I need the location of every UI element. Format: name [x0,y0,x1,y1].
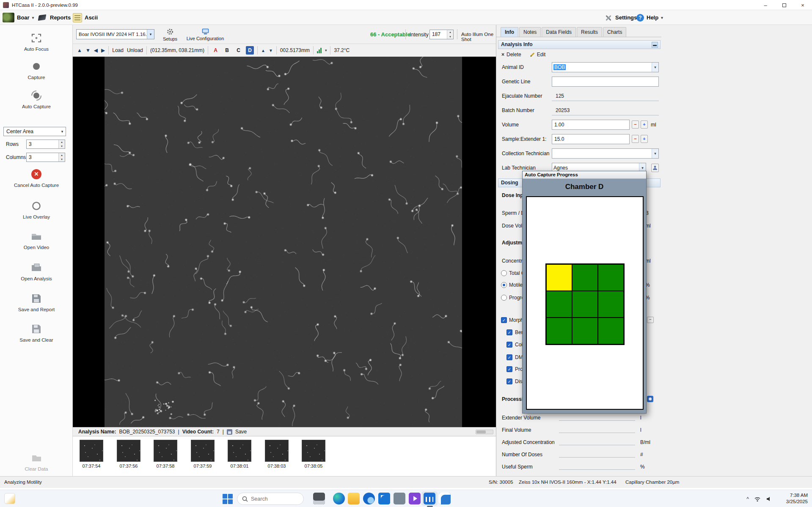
sample-extender-increment-button[interactable]: + [641,135,648,143]
stage-up-button[interactable]: ▲ [77,47,82,53]
volume-increment-button[interactable]: + [641,121,648,129]
close-button[interactable]: × [793,0,812,10]
progressive-radio[interactable] [501,295,507,301]
taskbar-app-edge-icon[interactable] [333,493,345,504]
volume-icon[interactable] [766,496,772,502]
edit-button[interactable]: Edit [530,52,546,58]
columns-stepper[interactable]: 3 ▴▾ [26,153,65,162]
taskbar-app-store-icon[interactable] [378,493,390,504]
volume-decrement-button[interactable]: − [632,121,639,129]
clear-data-button[interactable]: Clear Data [0,452,73,471]
rows-stepper[interactable]: 3 ▴▾ [26,140,65,149]
live-configuration-button[interactable]: Live Configuration [182,26,228,43]
video-thumbnail[interactable]: 07:37:56 [117,440,140,469]
capture-area-select[interactable]: Center Area ▾ [3,127,66,136]
auto-illum-button[interactable]: Auto Illum One Shot [461,32,496,42]
columns-spin-buttons[interactable]: ▴▾ [58,153,65,162]
network-icon[interactable] [754,496,761,502]
start-button[interactable] [222,493,233,504]
menu-boar[interactable]: Boar ▾ [3,10,34,25]
focus-up-button[interactable]: ▲ [261,48,265,53]
tab-data-fields[interactable]: Data Fields [542,27,576,37]
bent-checkbox[interactable]: ✓ [506,329,512,335]
edit-technicians-button[interactable] [651,164,659,172]
video-thumbnail[interactable]: 07:37:54 [80,440,103,469]
tab-info[interactable]: Info [501,27,518,37]
taskbar-clock[interactable]: 7:38 AM 3/25/2025 [786,492,808,505]
unload-button[interactable]: Unload [127,47,143,53]
maximize-button[interactable] [775,0,793,10]
chamber-d-button[interactable]: D [246,46,254,55]
motile-radio[interactable] [501,282,507,288]
collapse-button[interactable]: ▬ [652,42,658,48]
tab-notes[interactable]: Notes [519,27,541,37]
open-analysis-button[interactable]: Open Analysis [0,262,73,281]
taskbar-app-media-icon[interactable] [409,493,421,504]
menu-reports[interactable]: Reports [37,10,71,25]
sample-extender-decrement-button[interactable]: − [632,135,639,143]
stage-left-button[interactable]: ◀ [94,47,98,53]
auto-capture-button[interactable]: Auto Capture [0,90,73,109]
taskbar-app-folder-icon[interactable] [348,493,360,504]
ejaculate-number-field[interactable]: 125 [552,91,659,101]
menu-settings[interactable]: Settings [604,10,637,25]
analysis-horizontal-scrollbar[interactable] [476,430,493,434]
menu-help[interactable]: ? Help ▾ [636,10,663,25]
batch-number-field[interactable]: 20253 [552,105,659,115]
coiled-checkbox[interactable]: ✓ [506,342,512,348]
rows-spin-buttons[interactable]: ▴▾ [58,140,65,148]
stage-right-button[interactable]: ▶ [101,47,105,53]
video-thumbnail[interactable]: 07:38:03 [265,440,289,469]
stage-down-button[interactable]: ▼ [85,47,91,53]
intensity-spin-buttons[interactable]: ▴▾ [447,30,453,39]
taskbar-app-file-explorer-icon[interactable] [313,493,325,504]
save-and-clear-button[interactable]: Save and Clear [0,323,73,343]
video-thumbnail[interactable]: 07:38:01 [228,440,251,469]
genetic-line-field[interactable] [552,77,659,87]
video-thumbnail[interactable]: 07:37:58 [154,440,177,469]
auto-focus-button[interactable]: Auto Focus [0,32,73,52]
save-videos-button[interactable]: Save [235,429,247,435]
total-concentration-radio[interactable] [501,270,507,276]
processing-icon[interactable] [647,396,653,402]
save-and-report-button[interactable]: Save and Report [0,293,73,312]
tray-expand-icon[interactable]: ^ [746,496,749,502]
tab-charts[interactable]: Charts [603,27,626,37]
taskbar-app-htcasa-icon[interactable] [424,493,435,504]
live-overlay-button[interactable]: Live Overlay [0,200,73,219]
morph-checkbox[interactable]: ✓ [501,317,507,323]
distal-checkbox[interactable]: ✓ [506,378,512,384]
chamber-c-button[interactable]: C [234,46,242,55]
load-button[interactable]: Load [112,47,124,53]
minimize-button[interactable]: – [756,0,775,10]
delete-button[interactable]: ×Delete [501,52,521,58]
taskbar-search[interactable] [237,493,304,505]
video-thumbnail[interactable]: 07:37:59 [191,440,215,469]
cancel-auto-capture-button[interactable]: ✕ Cancel Auto Capture [0,168,73,188]
taskbar-widget-icon[interactable] [4,493,15,504]
proximal-checkbox[interactable]: ✓ [506,366,512,372]
sample-extender-field[interactable]: 15.0 [552,134,630,144]
morph-collapse-button[interactable]: − [647,317,654,323]
collection-technician-select[interactable]: ▾ [552,148,659,159]
dmr-checkbox[interactable]: ✓ [506,354,512,360]
tab-results[interactable]: Results [577,27,602,37]
menu-ascii[interactable]: Ascii [73,10,98,25]
preset-select[interactable]: Boar IVOSII IMV 2024 HT 1.16. ▾ [76,29,154,39]
chamber-b-button[interactable]: B [223,46,231,55]
video-thumbnail[interactable]: 07:38:05 [302,440,325,469]
popup-titlebar[interactable]: Auto Capture Progress [523,171,646,179]
search-input[interactable] [251,496,297,502]
focus-down-button[interactable]: ▼ [269,48,273,53]
setups-button[interactable]: Setups [160,26,180,43]
animal-id-select[interactable]: BOB ▾ [552,62,659,72]
open-video-button[interactable]: Open Video [0,230,73,250]
intensity-stepper[interactable]: 187 ▴▾ [429,30,454,39]
capture-button[interactable]: Capture [0,60,73,80]
taskbar-app-icon[interactable] [439,493,451,504]
taskbar-app-icon[interactable] [394,493,405,504]
taskbar-app-browser-icon[interactable] [363,493,375,504]
signal-strength-icon[interactable] [317,48,322,53]
volume-field[interactable]: 1.00 [552,120,630,130]
chamber-a-button[interactable]: A [212,46,220,55]
